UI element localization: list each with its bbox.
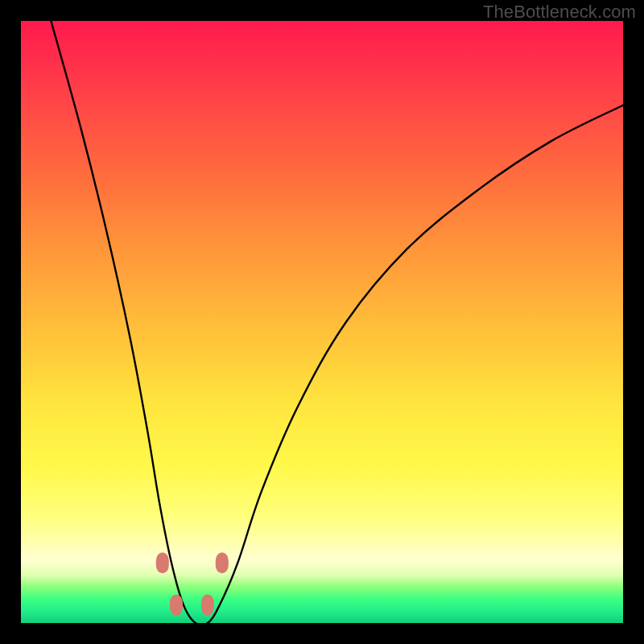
bottleneck-curve xyxy=(51,21,623,625)
curve-marker xyxy=(170,595,183,616)
chart-panel xyxy=(21,21,623,623)
marker-group xyxy=(156,552,229,615)
curve-marker xyxy=(201,595,214,616)
bottleneck-chart xyxy=(21,21,623,623)
watermark-text: TheBottleneck.com xyxy=(483,2,636,23)
curve-marker xyxy=(216,552,229,573)
curve-marker xyxy=(156,552,169,573)
